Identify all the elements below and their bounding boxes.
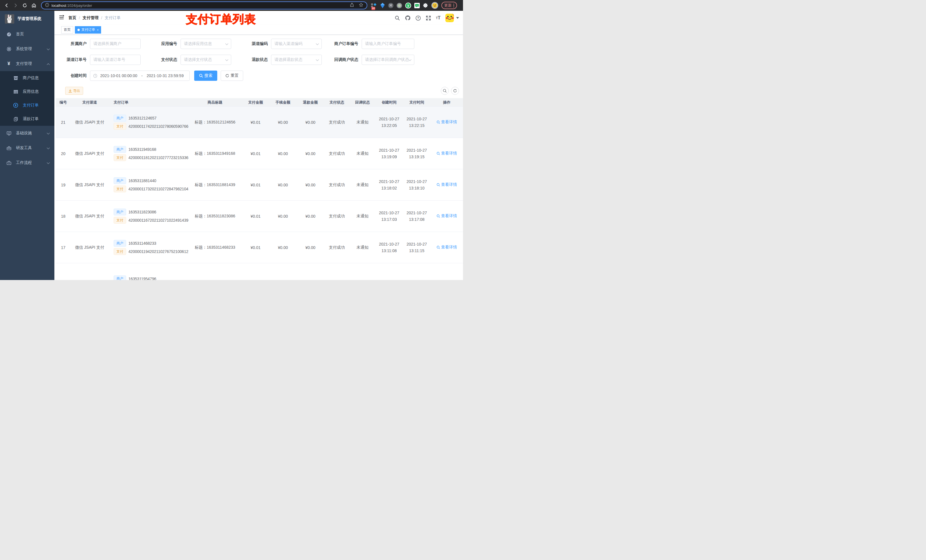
browser-forward-icon[interactable]	[12, 2, 20, 9]
view-detail-link[interactable]: 查看详情	[437, 119, 457, 125]
browser-back-icon[interactable]	[3, 2, 10, 9]
search-icon[interactable]	[395, 15, 400, 21]
channel-pay-no: 4200001181202110277723215336	[129, 155, 188, 160]
address-bar[interactable]: localhost:1024/pay/order	[41, 2, 367, 9]
sidebar-item-infra[interactable]: 基础设施	[0, 126, 54, 140]
col-created: 创建时间	[375, 100, 403, 105]
cell-pay-order: 商户 1635311823086 支付 42000011672021102710…	[109, 207, 188, 225]
sidebar-item-label: 应用信息	[23, 89, 39, 94]
chevron-down-icon	[47, 47, 50, 51]
browser-reload-icon[interactable]	[21, 2, 29, 9]
close-icon[interactable]: ×	[97, 28, 98, 32]
svg-text:¥: ¥	[15, 104, 17, 107]
refresh-button[interactable]	[451, 87, 459, 95]
sidebar-item-pay[interactable]: ¥ 支付管理	[0, 56, 54, 71]
browser-home-icon[interactable]	[30, 2, 38, 9]
merchant-order-no-input[interactable]: 请输入商户订单编号	[362, 39, 414, 49]
callback-status-select[interactable]: 请选择订单回调商户状态	[362, 54, 414, 65]
cell-pay-order: 商户 1635311949168 支付 42000011812021102777…	[109, 145, 188, 163]
pay-status-select[interactable]: 请选择支付状态	[180, 54, 231, 65]
cell-pay-amount: ¥0.01	[242, 151, 269, 156]
col-title: 商品标题	[188, 100, 242, 105]
sidebar-item-refund-order[interactable]: 退款订单	[0, 112, 54, 126]
app-logo[interactable]: 芋道管理系统	[0, 11, 54, 27]
chevron-up-icon	[47, 62, 50, 66]
browser-update-button[interactable]: 更新	[441, 2, 457, 9]
extension-diamond-icon[interactable]: 10	[371, 2, 377, 9]
tab-pay-order[interactable]: 支付订单 ×	[75, 26, 101, 33]
help-icon[interactable]: ?	[415, 15, 421, 21]
merchant-select[interactable]: 请选择所属商户	[90, 39, 141, 49]
create-time-range-picker[interactable]: 2021-10-01 00:00:00 - 2021-10-31 23:59:5…	[90, 71, 190, 81]
table-row: 19 微信 JSAPI 支付 商户 1635311881440 支付 42000…	[56, 169, 463, 201]
tab-label: 支付订单	[82, 27, 95, 32]
sidebar-item-system[interactable]: 系统管理	[0, 42, 54, 56]
extensions-puzzle-icon[interactable]	[423, 3, 428, 8]
sidebar-item-devtools[interactable]: 研发工具	[0, 140, 54, 155]
pay-tag: 支付	[113, 217, 126, 223]
extension-kite-icon[interactable]	[380, 3, 385, 9]
document-icon	[12, 117, 19, 122]
chevron-down-icon	[409, 57, 412, 62]
chevron-down-icon	[225, 41, 228, 46]
toggle-search-button[interactable]	[441, 87, 449, 95]
start-date-value[interactable]: 2021-10-01 00:00:00	[97, 73, 140, 78]
caret-down-icon[interactable]	[456, 17, 459, 19]
user-avatar[interactable]	[445, 14, 454, 22]
sidebar-item-home[interactable]: 首页	[0, 27, 54, 42]
fullscreen-icon[interactable]	[426, 15, 431, 21]
extension-chat-icon[interactable]	[414, 3, 420, 8]
channel-code-select[interactable]: 请输入渠道编码	[271, 39, 322, 49]
sidebar-item-merchant-info[interactable]: 商户信息	[0, 71, 54, 85]
font-size-icon[interactable]: TT	[436, 15, 440, 21]
filter-label: 渠道编码	[238, 41, 268, 46]
extension-y-icon[interactable]: y	[405, 3, 411, 9]
cell-refund-amount: ¥0.00	[297, 151, 324, 156]
export-button[interactable]: 导出	[65, 87, 83, 95]
merchant-tag: 商户	[113, 208, 126, 216]
app-select[interactable]: 请选择应用信息	[180, 39, 231, 49]
view-detail-link[interactable]: 查看详情	[437, 182, 457, 187]
extension-command-icon[interactable]: ⌘	[388, 3, 393, 8]
cell-created-time: 2021-10-27 13:19:09	[375, 147, 403, 160]
channel-pay-no: 4200001194202110276752100612	[129, 249, 188, 254]
profile-avatar-icon[interactable]	[431, 2, 438, 9]
breadcrumb-current: 支付订单	[105, 15, 121, 21]
sidebar-toggle-icon[interactable]	[59, 15, 64, 21]
github-icon[interactable]	[405, 15, 411, 21]
view-detail-link[interactable]: 查看详情	[437, 151, 457, 156]
tab-home[interactable]: 首页	[61, 26, 73, 33]
filter-label: 应用编号	[147, 41, 177, 46]
sidebar-item-pay-order[interactable]: ¥ 支付订单	[0, 98, 54, 112]
end-date-value[interactable]: 2021-10-31 23:59:59	[144, 73, 186, 78]
sidebar-item-label: 商户信息	[23, 75, 39, 80]
browser-menu-icon[interactable]	[453, 3, 454, 8]
cell-refund-amount: ¥0.00	[297, 214, 324, 219]
sidebar-item-workflow[interactable]: 工作流程	[0, 155, 54, 170]
url-text: localhost:1024/pay/order	[51, 3, 92, 8]
share-icon[interactable]	[350, 3, 354, 8]
sidebar-item-app-info[interactable]: 应用信息	[0, 85, 54, 98]
bookmark-star-icon[interactable]	[359, 3, 363, 8]
breadcrumb-home[interactable]: 首页	[68, 15, 76, 21]
view-detail-link[interactable]: 查看详情	[437, 245, 457, 250]
cell-product-title: 标题：1635311468233	[188, 245, 242, 250]
merchant-tag: 商户	[113, 146, 126, 153]
channel-order-no-input[interactable]: 请输入渠道订单号	[90, 54, 141, 65]
reset-button[interactable]: 重置	[221, 71, 243, 81]
refund-status-select[interactable]: 请选择退款状态	[271, 54, 322, 65]
col-amount: 支付金额	[242, 100, 269, 105]
search-button[interactable]: 搜索	[194, 71, 217, 81]
table-toolbar: 导出	[65, 87, 459, 95]
cell-pay-amount: ¥0.01	[242, 214, 269, 219]
breadcrumb-pay[interactable]: 支付管理	[83, 15, 98, 21]
view-detail-link[interactable]: 查看详情	[437, 213, 457, 219]
filter-row-2: 渠道订单号 请输入渠道订单号 支付状态 请选择支付状态 退款状态	[56, 54, 463, 65]
site-info-icon[interactable]	[45, 3, 49, 8]
monitor-icon	[6, 131, 12, 136]
cell-pay-channel: 微信 JSAPI 支付	[71, 214, 109, 219]
sidebar-submenu-pay: 商户信息 应用信息 ¥ 支付订单	[0, 71, 54, 126]
filter-label: 退款状态	[238, 57, 268, 62]
cell-pay-status: 支付成功	[324, 120, 350, 125]
extension-ring-icon[interactable]	[396, 3, 402, 8]
